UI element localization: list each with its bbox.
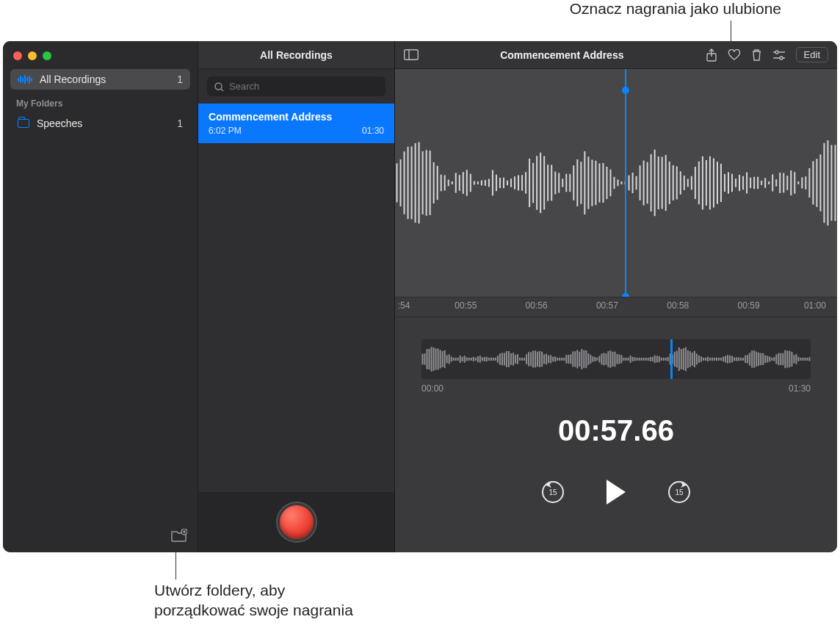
current-time: 00:57.66 [395,414,837,447]
sidebar-folder-count: 1 [177,118,183,129]
recording-item-duration: 01:30 [362,126,384,136]
search-icon [214,82,224,95]
share-button[interactable] [706,48,717,62]
sidebar-footer [3,521,198,552]
arrow-back-icon: ➤ [545,480,552,490]
ruler-tick: 00:59 [738,300,760,311]
search-wrap [198,69,394,104]
close-window-button[interactable] [13,51,22,60]
callout-favorite: Oznacz nagrania jako ulubione [570,0,781,18]
edit-button[interactable]: Edit [796,47,828,62]
sidebar-heading-my-folders: My Folders [3,91,198,112]
waveform-overview-svg [421,339,811,379]
svg-rect-2 [405,50,419,60]
recording-item-time: 6:02 PM [209,126,242,136]
overview-playhead[interactable] [670,339,673,379]
fullscreen-window-button[interactable] [43,51,51,60]
list-header-title: All Recordings [260,49,333,61]
new-folder-button[interactable] [171,529,187,545]
transport-controls: ➤ 15 ➤ 15 [395,480,837,505]
recording-item-title: Commencement Address [209,111,384,123]
ruler-tick: 00:55 [455,300,477,311]
ruler-tick: :54 [398,300,410,311]
search-input[interactable] [207,76,385,96]
svg-point-8 [780,57,783,59]
waveform-overview[interactable] [421,339,811,379]
sidebar-icon [404,49,419,60]
record-button[interactable] [278,503,316,541]
playhead[interactable] [625,69,626,297]
sidebar-all-recordings-label: All Recordings [40,73,106,85]
sidebar-item-speeches[interactable]: Speeches 1 [10,113,190,134]
sliders-icon [772,50,786,60]
ruler-tick: 00:56 [526,300,548,311]
ruler-tick: 00:58 [667,300,689,311]
ruler-tick: 00:57 [596,300,618,311]
overview-start-label: 00:00 [421,383,443,394]
share-icon [706,48,717,62]
recording-title: Commencement Address [429,49,695,61]
voice-memos-window: All Recordings 1 My Folders Speeches 1 A… [3,41,837,552]
minimize-window-button[interactable] [28,51,37,60]
detail-pane: Commencement Address Edit :54 00:55 00 [395,41,837,552]
recordings-list: All Recordings Commencement Address 6:02… [198,41,395,552]
skip-back-15-button[interactable]: ➤ 15 [542,481,564,503]
play-icon [607,480,626,505]
sidebar-item-all-recordings[interactable]: All Recordings 1 [10,69,190,90]
list-header: All Recordings [198,41,394,69]
callout-new-folder-line2: porządkować swoje nagrania [154,600,353,620]
arrow-forward-icon: ➤ [680,480,687,490]
recording-item[interactable]: Commencement Address 6:02 PM 01:30 [198,104,394,143]
sidebar-folder-label: Speeches [37,118,82,129]
skip-forward-15-button[interactable]: ➤ 15 [668,481,690,503]
svg-point-6 [775,51,778,54]
new-folder-icon [171,529,187,542]
record-footer [198,492,394,552]
toggle-sidebar-button[interactable] [404,49,419,60]
play-button[interactable] [607,480,626,505]
callout-new-folder-leader [175,549,176,579]
trash-icon [751,48,762,61]
waveform-main[interactable] [395,69,837,297]
sidebar-all-recordings-count: 1 [177,73,183,85]
overview-area: 00:00 01:30 [395,317,837,394]
heart-icon [728,49,741,61]
delete-button[interactable] [751,48,762,61]
window-controls [3,41,198,68]
waveform-icon [18,74,32,84]
playback-settings-button[interactable] [772,50,786,60]
callout-new-folder-line1: Utwórz foldery, aby [154,580,353,600]
ruler-tick: 01:00 [804,300,826,311]
waveform-main-svg [395,69,837,297]
folder-icon [18,119,29,128]
overview-end-label: 01:30 [789,383,811,394]
time-ruler: :54 00:55 00:56 00:57 00:58 00:59 01:00 [395,297,837,317]
favorite-button[interactable] [728,49,741,61]
svg-point-1 [215,83,222,90]
callout-new-folder: Utwórz foldery, aby porządkować swoje na… [154,580,353,621]
sidebar: All Recordings 1 My Folders Speeches 1 [3,41,198,552]
toolbar: Commencement Address Edit [395,41,837,69]
